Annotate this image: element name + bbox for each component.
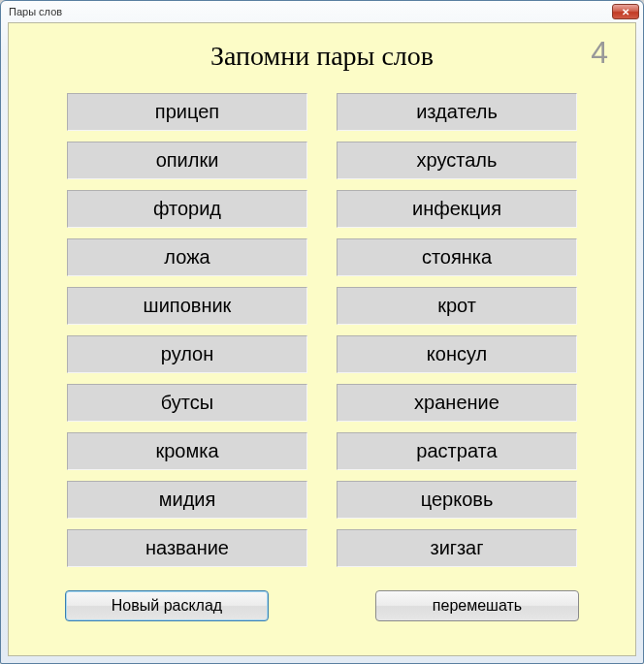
round-counter: 4 <box>591 35 608 71</box>
word-card[interactable]: растрата <box>337 432 577 470</box>
word-card[interactable]: мидия <box>67 481 307 519</box>
word-card[interactable]: стоянка <box>337 238 577 276</box>
word-card[interactable]: прицеп <box>67 93 307 131</box>
word-grid: прицепопилкифторидложашиповникрулонбутсы… <box>9 93 635 567</box>
window-title: Пары слов <box>9 6 62 17</box>
word-card[interactable]: бутсы <box>67 384 307 422</box>
page-title: Запомни пары слов <box>9 41 635 72</box>
word-card[interactable]: шиповник <box>67 287 307 325</box>
word-card[interactable]: церковь <box>337 481 577 519</box>
button-row: Новый расклад перемешать <box>9 590 635 621</box>
close-button[interactable]: ✕ <box>612 4 639 19</box>
close-icon: ✕ <box>622 7 629 17</box>
new-deal-button[interactable]: Новый расклад <box>65 590 269 621</box>
client-area: Запомни пары слов 4 прицепопилкифторидло… <box>8 22 636 656</box>
word-card[interactable]: рулон <box>67 335 307 373</box>
header-row: Запомни пары слов 4 <box>9 23 635 72</box>
word-card[interactable]: хранение <box>337 384 577 422</box>
word-card[interactable]: кромка <box>67 432 307 470</box>
word-card[interactable]: фторид <box>67 190 307 228</box>
word-card[interactable]: хрусталь <box>337 142 577 179</box>
word-card[interactable]: крот <box>337 287 577 325</box>
left-column: прицепопилкифторидложашиповникрулонбутсы… <box>67 93 307 567</box>
shuffle-button[interactable]: перемешать <box>375 590 579 621</box>
word-card[interactable]: опилки <box>67 142 307 179</box>
word-card[interactable]: зигзаг <box>337 529 577 567</box>
word-card[interactable]: инфекция <box>337 190 577 228</box>
right-column: издательхрустальинфекциястоянкакротконсу… <box>337 93 577 567</box>
app-window: Пары слов ✕ Запомни пары слов 4 прицепоп… <box>0 0 644 664</box>
word-card[interactable]: издатель <box>337 93 577 131</box>
word-card[interactable]: консул <box>337 335 577 373</box>
word-card[interactable]: ложа <box>67 238 307 276</box>
word-card[interactable]: название <box>67 529 307 567</box>
titlebar: Пары слов ✕ <box>1 1 643 22</box>
